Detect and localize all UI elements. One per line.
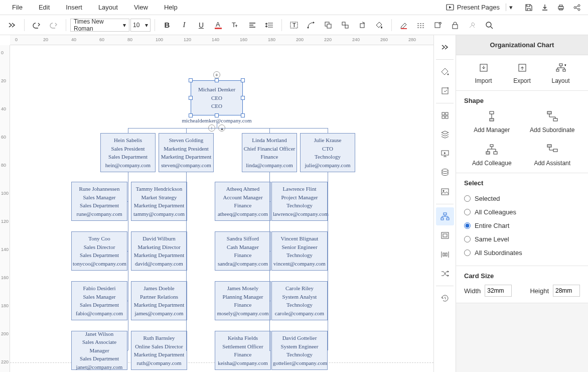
slide-panel-icon[interactable] xyxy=(436,226,454,244)
width-input[interactable] xyxy=(485,285,512,297)
org-node[interactable]: Janet WilsonSales Associate ManagerSales… xyxy=(71,331,127,370)
org-node[interactable]: Carole RileySystem AnalystTechnologycaro… xyxy=(271,281,328,320)
canvas[interactable]: 020406080100120140160180200220240260280 … xyxy=(0,35,433,372)
org-node[interactable]: James MoselyPlanning ManagerFinancemosel… xyxy=(215,281,271,320)
org-node[interactable]: Julie KrauseCTOTechnologyjulie@company.c… xyxy=(300,133,355,172)
org-node[interactable]: Michael DemkerCEOCEO xyxy=(191,80,243,115)
present-pages-button[interactable]: Present Pages ▾ xyxy=(442,2,520,14)
orgchart-panel-icon[interactable] xyxy=(436,207,454,225)
add-node-button[interactable]: + xyxy=(213,71,220,78)
add-subordinate-button[interactable]: Add Subordinate xyxy=(525,109,580,134)
presentation-panel-icon[interactable] xyxy=(436,145,454,163)
text-case-button[interactable]: T xyxy=(227,17,243,33)
image-panel-icon[interactable] xyxy=(436,183,454,201)
font-select[interactable]: Times New Roman▾ xyxy=(70,19,129,32)
selection-handle[interactable] xyxy=(241,96,245,100)
align-button[interactable] xyxy=(244,17,260,33)
org-node[interactable]: Tony CooSales DirectorSales Departmentto… xyxy=(71,231,127,271)
collapse-panel-button[interactable] xyxy=(436,38,454,56)
svg-rect-41 xyxy=(559,64,562,66)
org-node[interactable]: Linda MortlandChief Financial OfficerFin… xyxy=(242,133,297,172)
add-colleague-button[interactable]: Add Colleague xyxy=(464,143,520,167)
tools-button[interactable] xyxy=(464,17,480,33)
org-node[interactable]: Rune JohannessenSales ManagerSales Depar… xyxy=(71,182,127,221)
select-option[interactable]: All Colleagues xyxy=(464,205,580,219)
apps-panel-icon[interactable] xyxy=(436,106,454,125)
fill-panel-icon[interactable] xyxy=(436,63,454,81)
group-button[interactable] xyxy=(337,17,353,33)
shuffle-panel-icon[interactable] xyxy=(436,265,454,283)
org-node[interactable]: Vincent BlignautSenior EngineerTechnolog… xyxy=(271,231,328,271)
selection-handle[interactable] xyxy=(241,78,245,82)
italic-button[interactable]: I xyxy=(176,17,192,33)
bold-button[interactable]: B xyxy=(159,17,175,33)
menu-file[interactable]: File xyxy=(4,1,31,14)
org-node[interactable]: Hein SabelisSales PresidentSales Departm… xyxy=(100,133,156,172)
export-button[interactable]: Export xyxy=(503,61,541,84)
svg-rect-50 xyxy=(486,152,490,154)
org-node[interactable]: Atheeq AhmedAccount ManagerFinanceatheeq… xyxy=(215,182,271,221)
select-option[interactable]: Same Level xyxy=(464,232,580,246)
text-box-button[interactable]: T xyxy=(286,17,302,33)
import-button[interactable]: Import xyxy=(464,61,503,84)
selection-handle[interactable] xyxy=(189,78,193,82)
search-button[interactable] xyxy=(481,17,497,33)
font-size-select[interactable]: 10▾ xyxy=(130,19,151,32)
selection-handle[interactable] xyxy=(189,113,193,117)
org-node[interactable]: James DoeblePartner RelationsMarketing D… xyxy=(131,281,187,320)
org-node[interactable]: Tammy HendricksonMarket StrategyMarketin… xyxy=(131,182,187,221)
data-panel-icon[interactable] xyxy=(436,164,454,182)
layers-panel-icon[interactable] xyxy=(436,126,454,144)
org-node[interactable]: Keisha FieldsSettlement OfficerFinanceke… xyxy=(215,331,271,370)
select-option[interactable]: Entire Chart xyxy=(464,219,580,232)
download-button[interactable] xyxy=(538,1,552,15)
add-assistant-button[interactable]: Add Assistant xyxy=(525,143,580,167)
cardsize-header: Card Size xyxy=(464,272,580,280)
select-option[interactable]: Selected xyxy=(464,192,580,205)
layout-button[interactable]: ▾ Layout xyxy=(541,61,580,84)
svg-point-31 xyxy=(443,190,444,192)
org-node[interactable]: Steven GoldingMarketing PresidentMarketi… xyxy=(159,133,214,172)
export-panel-icon[interactable] xyxy=(436,82,454,100)
history-panel-icon[interactable] xyxy=(436,289,454,307)
select-option[interactable]: All Subordinates xyxy=(464,246,580,260)
font-color-button[interactable]: A xyxy=(210,17,226,33)
redo-button[interactable] xyxy=(46,17,62,33)
line-style-button[interactable] xyxy=(413,17,429,33)
expand-button[interactable] xyxy=(4,17,20,33)
fill-button[interactable] xyxy=(371,17,387,33)
connector-button[interactable] xyxy=(303,17,319,33)
org-node[interactable]: David GottelierSystem EngineerTechnology… xyxy=(271,331,328,370)
distribute-panel-icon[interactable] xyxy=(436,245,454,264)
org-node[interactable]: Lawrence FlintProject ManagerTechnologyl… xyxy=(271,182,328,221)
selection-handle[interactable] xyxy=(215,113,219,117)
menu-help[interactable]: Help xyxy=(156,1,186,14)
chevron-down-icon[interactable]: ▾ xyxy=(506,4,516,11)
print-button[interactable] xyxy=(554,1,568,15)
line-spacing-button[interactable] xyxy=(261,17,277,33)
menu-insert[interactable]: Insert xyxy=(58,1,90,14)
underline-button[interactable]: U xyxy=(193,17,209,33)
org-node[interactable]: Ruth BarnsleyOnline Sales DirectorMarket… xyxy=(131,331,187,370)
selection-handle[interactable] xyxy=(241,113,245,117)
menu-view[interactable]: View xyxy=(126,1,156,14)
save-button[interactable] xyxy=(522,1,536,15)
svg-rect-23 xyxy=(442,88,448,94)
selection-handle[interactable] xyxy=(189,96,193,100)
selection-handle[interactable] xyxy=(215,78,219,82)
menu-layout[interactable]: Layout xyxy=(90,1,126,14)
undo-button[interactable] xyxy=(29,17,45,33)
rotate-button[interactable] xyxy=(354,17,370,33)
arrange-button[interactable] xyxy=(320,17,336,33)
share-button[interactable] xyxy=(570,1,584,15)
org-node[interactable]: Sandra SiffordCash ManagerFinancesandra@… xyxy=(215,231,271,271)
edit-button[interactable] xyxy=(430,17,446,33)
highlighter-button[interactable] xyxy=(396,17,412,33)
menu-edit[interactable]: Edit xyxy=(31,1,58,14)
height-input[interactable] xyxy=(553,285,580,297)
add-manager-button[interactable]: Add Manager xyxy=(464,109,520,134)
org-node[interactable]: Fabio DesideriSales ManagerSales Departm… xyxy=(71,281,127,320)
lock-button[interactable] xyxy=(447,17,463,33)
org-node[interactable]: David WilburnMarketing DirectorMarketing… xyxy=(131,231,187,271)
svg-point-5 xyxy=(578,5,580,7)
